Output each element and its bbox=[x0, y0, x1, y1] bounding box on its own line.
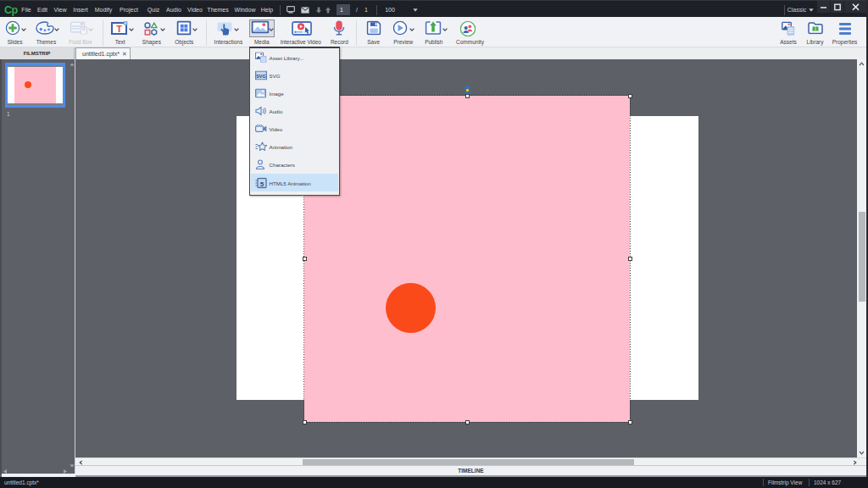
svg-text:T: T bbox=[116, 24, 122, 34]
svg-text:SVG: SVG bbox=[256, 73, 266, 78]
svg-text:5: 5 bbox=[260, 180, 264, 187]
